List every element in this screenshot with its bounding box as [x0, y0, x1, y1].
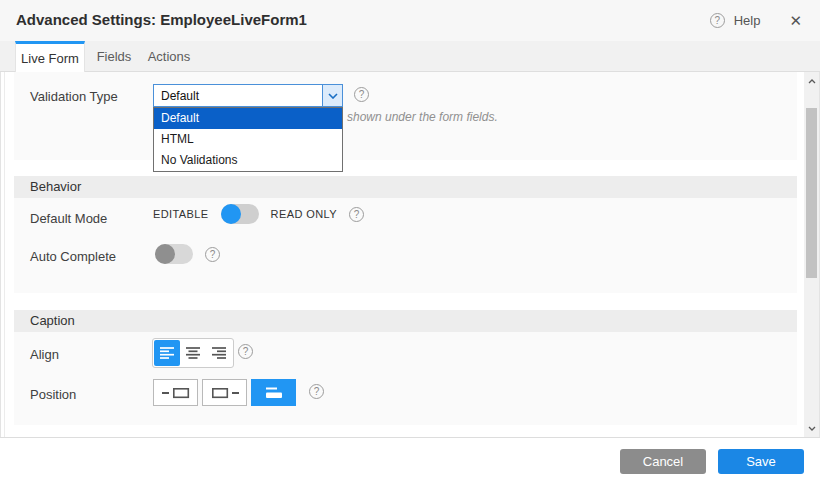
- label-right-icon: [211, 387, 239, 399]
- behavior-section-header: Behavior: [14, 176, 797, 198]
- default-mode-row: EDITABLE READ ONLY ?: [153, 204, 364, 224]
- default-mode-toggle[interactable]: [221, 204, 259, 224]
- validation-help-icon[interactable]: ?: [354, 87, 369, 102]
- tab-fields[interactable]: Fields: [88, 41, 140, 72]
- validation-dropdown-list: Default HTML No Validations: [153, 107, 343, 172]
- position-label-top-button[interactable]: [251, 379, 296, 406]
- dropdown-option-no-validations[interactable]: No Validations: [154, 150, 342, 171]
- cancel-button[interactable]: Cancel: [620, 449, 706, 474]
- align-center-icon: [186, 347, 200, 359]
- align-center-button[interactable]: [180, 340, 206, 366]
- help-link[interactable]: Help: [734, 13, 761, 28]
- caption-section-header: Caption: [14, 310, 797, 332]
- position-help-icon[interactable]: ?: [309, 384, 324, 399]
- chevron-down-icon: [328, 93, 338, 99]
- position-button-group: [153, 379, 296, 406]
- auto-complete-help-icon[interactable]: ?: [205, 247, 220, 262]
- title-bar: Advanced Settings: EmployeeLiveForm1 ? H…: [0, 0, 820, 41]
- toggle-knob: [155, 244, 175, 264]
- editable-label: EDITABLE: [153, 208, 209, 220]
- select-arrow-button[interactable]: [322, 85, 342, 106]
- save-button[interactable]: Save: [718, 449, 804, 474]
- align-left-button[interactable]: [154, 340, 180, 366]
- close-icon[interactable]: ✕: [789, 13, 802, 28]
- footer: Cancel Save: [0, 438, 820, 488]
- validation-hint-text: shown under the form fields.: [347, 110, 498, 124]
- scrollbar-thumb[interactable]: [806, 108, 817, 278]
- label-top-icon: [265, 386, 283, 399]
- validation-type-value: Default: [154, 85, 322, 106]
- dropdown-option-default[interactable]: Default: [154, 108, 342, 129]
- toggle-knob: [221, 204, 241, 224]
- scroll-up-icon[interactable]: [804, 74, 819, 88]
- align-help-icon[interactable]: ?: [238, 344, 253, 359]
- titlebar-actions: ? Help ✕: [710, 0, 802, 41]
- page-title: Advanced Settings: EmployeeLiveForm1: [16, 11, 307, 28]
- auto-complete-row: ?: [155, 244, 220, 264]
- align-right-icon: [212, 347, 226, 359]
- position-label-right-button[interactable]: [202, 379, 247, 406]
- align-left-icon: [160, 347, 174, 359]
- align-label: Align: [30, 347, 59, 362]
- align-button-group: [152, 338, 234, 368]
- dropdown-option-html[interactable]: HTML: [154, 129, 342, 150]
- read-only-label: READ ONLY: [271, 208, 337, 220]
- caption-section: [14, 332, 797, 425]
- label-left-icon: [162, 387, 190, 399]
- position-label-left-button[interactable]: [153, 379, 198, 406]
- auto-complete-toggle[interactable]: [155, 244, 193, 264]
- align-right-button[interactable]: [206, 340, 232, 366]
- tab-live-form[interactable]: Live Form: [15, 41, 85, 73]
- validation-type-select[interactable]: Default: [153, 84, 343, 107]
- advanced-settings-dialog: Advanced Settings: EmployeeLiveForm1 ? H…: [0, 0, 820, 488]
- behavior-section: [14, 198, 797, 293]
- vertical-scrollbar[interactable]: [804, 72, 819, 437]
- validation-type-label: Validation Type: [30, 89, 118, 104]
- default-mode-help-icon[interactable]: ?: [349, 207, 364, 222]
- content-left-border: [4, 72, 5, 437]
- auto-complete-label: Auto Complete: [30, 249, 116, 264]
- help-icon[interactable]: ?: [710, 13, 725, 28]
- scroll-down-icon[interactable]: [804, 421, 819, 435]
- position-label: Position: [30, 387, 76, 402]
- tab-actions[interactable]: Actions: [140, 41, 198, 72]
- tab-bar: Live Form Fields Actions: [0, 41, 820, 72]
- default-mode-label: Default Mode: [30, 211, 107, 226]
